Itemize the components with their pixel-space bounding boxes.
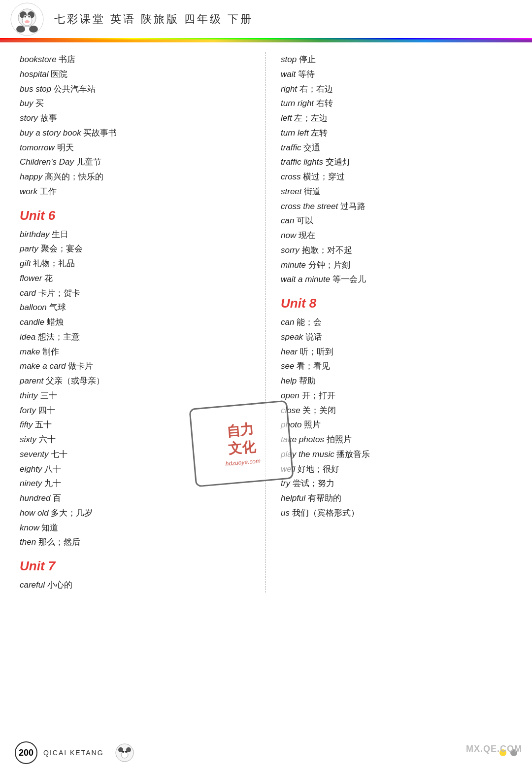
list-item: balloon 气球: [20, 300, 251, 315]
list-item: help 帮助: [281, 374, 512, 388]
list-item: can 能；会: [281, 315, 512, 330]
unit8-list: can 能；会speak 说话hear 听；听到see 看；看见help 帮助o…: [281, 315, 512, 521]
watermark: MX.QE.COM: [466, 744, 522, 754]
footer-brand: QICAI KETANG: [43, 749, 104, 757]
list-item: speak 说话: [281, 330, 512, 345]
pre-unit6-list: bookstore 书店hospital 医院bus stop 公共汽车站buy…: [20, 52, 251, 199]
list-item: now 现在: [281, 228, 512, 243]
unit7-left-list: careful 小心的: [20, 578, 251, 593]
list-item: then 那么；然后: [20, 535, 251, 550]
list-item: careful 小心的: [20, 578, 251, 593]
stamp-overlay: 自力文化 hdzuoye.com: [189, 400, 294, 488]
list-item: wait a minute 等一会儿: [281, 272, 512, 287]
unit6-list: birthday 生日party 聚会；宴会gift 礼物；礼品flower 花…: [20, 227, 251, 550]
list-item: turn right 右转: [281, 96, 512, 111]
footer-logo-icon: [110, 743, 139, 763]
list-item: us 我们（宾格形式）: [281, 506, 512, 521]
list-item: helpful 有帮助的: [281, 491, 512, 506]
list-item: idea 想法；主意: [20, 330, 251, 345]
list-item: take photos 拍照片: [281, 432, 512, 447]
svg-point-8: [29, 16, 30, 17]
list-item: work 工作: [20, 184, 251, 199]
list-item: know 知道: [20, 521, 251, 535]
list-item: story 故事: [20, 111, 251, 126]
list-item: Children's Day 儿童节: [20, 155, 251, 170]
list-item: candle 蜡烛: [20, 315, 251, 330]
list-item: open 开；打开: [281, 388, 512, 403]
list-item: left 左；左边: [281, 111, 512, 126]
list-item: buy a story book 买故事书: [20, 126, 251, 140]
list-item: thirty 三十: [20, 388, 251, 403]
svg-point-11: [29, 26, 38, 33]
list-item: well 好地；很好: [281, 462, 512, 477]
unit8-heading: Unit 8: [281, 296, 512, 311]
main-content: bookstore 书店hospital 医院bus stop 公共汽车站buy…: [0, 42, 532, 602]
list-item: make 制作: [20, 345, 251, 359]
list-item: photo 照片: [281, 418, 512, 432]
unit7-right-list: stop 停止wait 等待right 右；右边turn right 右转lef…: [281, 52, 512, 287]
list-item: tomorrow 明天: [20, 140, 251, 155]
list-item: play the music 播放音乐: [281, 447, 512, 462]
svg-point-17: [125, 751, 127, 753]
svg-point-7: [25, 16, 26, 17]
list-item: how old 多大；几岁: [20, 506, 251, 521]
list-item: party 聚会；宴会: [20, 242, 251, 256]
stamp-text: 自力文化: [226, 420, 256, 458]
list-item: bus stop 公共汽车站: [20, 82, 251, 97]
list-item: card 卡片；贺卡: [20, 286, 251, 301]
list-item: try 尝试；努力: [281, 476, 512, 491]
list-item: buy 买: [20, 96, 251, 111]
list-item: close 关；关闭: [281, 403, 512, 418]
list-item: bookstore 书店: [20, 52, 251, 67]
list-item: wait 等待: [281, 67, 512, 82]
list-item: flower 花: [20, 271, 251, 286]
unit7-heading: Unit 7: [20, 559, 251, 574]
svg-point-15: [121, 751, 128, 758]
list-item: can 可以: [281, 213, 512, 228]
list-item: turn left 左转: [281, 126, 512, 140]
list-item: traffic 交通: [281, 140, 512, 155]
list-item: traffic lights 交通灯: [281, 155, 512, 170]
list-item: gift 礼物；礼品: [20, 256, 251, 271]
list-item: cross 横过；穿过: [281, 170, 512, 184]
page-footer: 200 QICAI KETANG MX.QE.COM: [0, 741, 532, 764]
col-right: stop 停止wait 等待right 右；右边turn right 右转lef…: [266, 52, 512, 593]
list-item: hear 听；听到: [281, 345, 512, 359]
list-item: stop 停止: [281, 52, 512, 67]
list-item: cross the street 过马路: [281, 199, 512, 214]
svg-point-10: [16, 26, 25, 33]
list-item: see 看；看见: [281, 359, 512, 374]
unit6-heading: Unit 6: [20, 208, 251, 223]
svg-point-16: [122, 751, 124, 753]
footer-left: 200 QICAI KETANG: [15, 741, 139, 764]
list-item: happy 高兴的；快乐的: [20, 170, 251, 184]
col-left: bookstore 书店hospital 医院bus stop 公共汽车站buy…: [20, 52, 266, 593]
list-item: hundred 百: [20, 491, 251, 506]
page-number: 200: [15, 741, 37, 764]
list-item: sorry 抱歉；对不起: [281, 243, 512, 258]
svg-point-9: [25, 20, 30, 23]
list-item: street 街道: [281, 184, 512, 199]
list-item: minute 分钟；片刻: [281, 258, 512, 273]
list-item: right 右；右边: [281, 82, 512, 97]
list-item: birthday 生日: [20, 227, 251, 242]
list-item: hospital 医院: [20, 67, 251, 82]
header-title: 七彩课堂 英语 陕旅版 四年级 下册: [54, 12, 253, 27]
page-header: 七彩课堂 英语 陕旅版 四年级 下册: [0, 0, 532, 39]
stamp-url: hdzuoye.com: [225, 457, 261, 467]
list-item: make a card 做卡片: [20, 359, 251, 374]
list-item: parent 父亲（或母亲）: [20, 374, 251, 388]
logo-icon: [10, 2, 44, 36]
